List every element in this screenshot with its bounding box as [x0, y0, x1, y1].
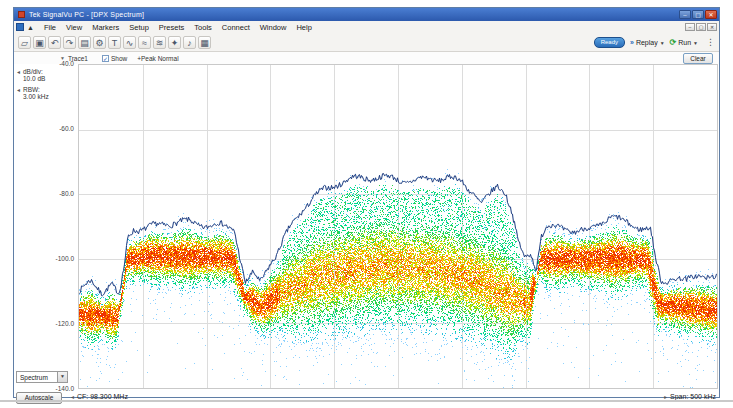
trace-compare-icon[interactable]: ≈: [138, 36, 151, 49]
span-readout[interactable]: ► Span: 500 kHz: [663, 393, 716, 400]
child-close-icon[interactable]: ✕: [707, 23, 717, 31]
frequency-bar: ◄ CF: 98.300 MHz ► Span: 500 kHz: [14, 391, 719, 404]
clear-button[interactable]: Clear: [683, 53, 713, 64]
app-icon: [18, 11, 25, 18]
show-label: Show: [111, 55, 127, 62]
menu-items: FileViewMarkersSetupPresetsToolsConnectW…: [39, 23, 317, 32]
child-minimize-icon[interactable]: –: [685, 23, 695, 31]
menu-view[interactable]: View: [61, 23, 87, 32]
show-checkbox[interactable]: ✓: [102, 55, 109, 62]
rbw-readout[interactable]: ◄ RBW: 3.00 kHz: [16, 86, 49, 100]
touch-select-icon[interactable]: ✦: [168, 36, 181, 49]
toolbar-icons: ▱▣↶↷▤⚙T∿≈≋✦♪▦: [14, 36, 211, 49]
settings-gear-icon[interactable]: ⚙: [93, 36, 106, 49]
trace-settings-bar: ▼ Trace1 ✓ Show +Peak Normal Clear: [14, 52, 719, 64]
marker-arrow-icon: ◄: [16, 69, 21, 76]
menu-setup[interactable]: Setup: [124, 23, 154, 32]
trigger-icon[interactable]: T: [108, 36, 121, 49]
detector-label[interactable]: +Peak Normal: [137, 55, 178, 62]
center-frequency-readout[interactable]: ◄ CF: 98.300 MHz: [70, 393, 128, 400]
marker-arrow-icon: ◄: [16, 87, 21, 94]
title-bar[interactable]: Tek SignalVu PC - [DPX Spectrum] – ▢ ✕: [14, 8, 719, 21]
menu-connect[interactable]: Connect: [217, 23, 255, 32]
menu-presets[interactable]: Presets: [154, 23, 189, 32]
menu-help[interactable]: Help: [291, 23, 316, 32]
open-file-icon[interactable]: ▱: [18, 36, 31, 49]
run-button[interactable]: ⟳ Run ▼: [670, 38, 698, 47]
maximize-icon[interactable]: ▢: [692, 10, 704, 19]
child-restore-icon[interactable]: ▢: [696, 23, 706, 31]
spectrum-display-icon[interactable]: ∿: [123, 36, 136, 49]
minimize-icon[interactable]: –: [679, 10, 691, 19]
undo-icon[interactable]: ↶: [48, 36, 61, 49]
status-pill: Ready: [594, 37, 625, 48]
replay-button[interactable]: » Replay ▼: [630, 39, 665, 46]
chevron-down-icon[interactable]: ▼: [57, 372, 67, 382]
menu-window[interactable]: Window: [255, 23, 292, 32]
replay-icon: »: [630, 39, 634, 46]
y-axis-tick: -60.0: [48, 125, 74, 132]
run-icon: ⟳: [670, 38, 677, 47]
redo-icon[interactable]: ↷: [63, 36, 76, 49]
view-selector-dropdown[interactable]: Spectrum ▼: [16, 371, 68, 383]
close-icon[interactable]: ✕: [705, 10, 717, 19]
y-axis-tick: -40.0: [48, 60, 74, 67]
y-axis-tick: -120.0: [48, 320, 74, 327]
toolbar-overflow-icon[interactable]: ⋮: [706, 37, 715, 47]
save-icon[interactable]: ▣: [33, 36, 46, 49]
window-shadow: [0, 400, 733, 402]
screen-capture-icon[interactable]: ▦: [198, 36, 211, 49]
chevron-down-icon: ▼: [660, 40, 665, 46]
dpx-display: ▼ Trace1 ✓ Show +Peak Normal Clear -40.0…: [14, 52, 719, 397]
amplitude-vs-time-icon[interactable]: ≋: [153, 36, 166, 49]
document-icon[interactable]: [16, 23, 24, 31]
app-window: Tek SignalVu PC - [DPX Spectrum] – ▢ ✕ ▲…: [13, 7, 720, 398]
print-icon[interactable]: ▤: [78, 36, 91, 49]
menu-tools[interactable]: Tools: [189, 23, 217, 32]
spectrum-plot[interactable]: [78, 64, 718, 389]
audio-demod-icon[interactable]: ♪: [183, 36, 196, 49]
dpx-bitmap-canvas[interactable]: [79, 65, 717, 388]
menu-file[interactable]: File: [39, 23, 61, 32]
menu-markers[interactable]: Markers: [87, 23, 124, 32]
db-div-readout[interactable]: ◄ dB/div: 10.0 dB: [16, 68, 45, 82]
menu-bar: ▲ FileViewMarkersSetupPresetsToolsConnec…: [14, 21, 719, 33]
toolbar: ▱▣↶↷▤⚙T∿≈≋✦♪▦ Ready » Replay ▼ ⟳ Run ▼ ⋮: [14, 33, 719, 52]
chevron-down-icon: ▼: [693, 40, 698, 46]
y-axis-tick: -80.0: [48, 190, 74, 197]
window-title: Tek SignalVu PC - [DPX Spectrum]: [29, 11, 144, 18]
y-axis-tick: -100.0: [48, 255, 74, 262]
displays-menu-icon[interactable]: ▲: [27, 24, 34, 31]
